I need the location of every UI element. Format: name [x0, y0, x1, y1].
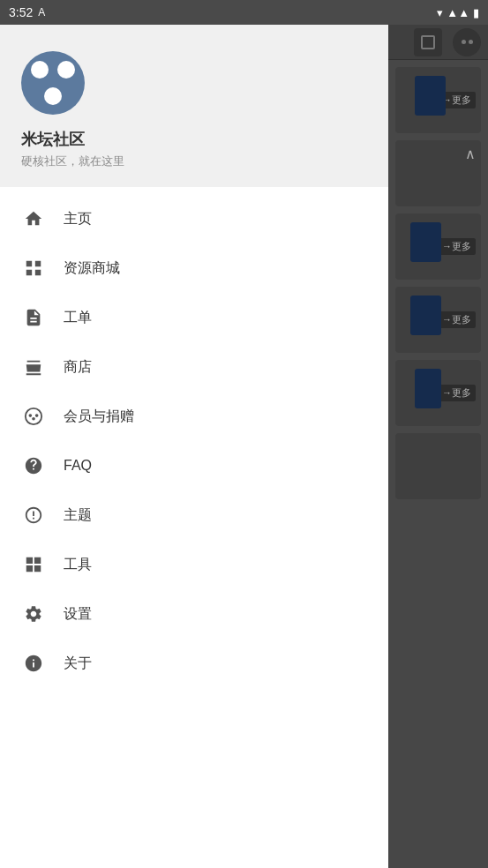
- nav-label-settings: 设置: [64, 605, 92, 624]
- gear-icon: [21, 602, 46, 626]
- overlay: [388, 25, 488, 868]
- battery-icon: ▮: [473, 6, 479, 19]
- nav-item-settings[interactable]: 设置: [0, 589, 388, 639]
- nav-label-about: 关于: [64, 655, 92, 673]
- status-bar-left: 3:52 A: [9, 5, 45, 19]
- membership-icon: [21, 404, 46, 429]
- home-icon: [21, 206, 46, 231]
- logo-circle-tr: [57, 61, 75, 79]
- logo-circle-tl: [31, 61, 49, 79]
- grid-icon: [21, 256, 46, 281]
- nav-item-about[interactable]: 关于: [0, 639, 388, 688]
- nav-label-theme: 主题: [64, 506, 92, 525]
- app-name: 米坛社区: [21, 129, 85, 150]
- nav-label-home: 主页: [64, 210, 92, 228]
- logo-circles: [31, 61, 75, 105]
- svg-point-2: [35, 414, 39, 417]
- nav-label-shop: 商店: [64, 358, 92, 377]
- nav-item-shop[interactable]: 商店: [0, 342, 388, 392]
- nav-label-resource-shop: 资源商城: [64, 259, 120, 278]
- status-bar: 3:52 A ▾ ▲▲ ▮: [0, 0, 488, 25]
- nav-item-home[interactable]: 主页: [0, 194, 388, 243]
- nav-label-faq: FAQ: [64, 458, 92, 474]
- wifi-icon: ▾: [437, 6, 443, 19]
- tools-icon: [21, 552, 46, 577]
- about-icon: [21, 651, 46, 676]
- nav-item-resource-shop[interactable]: 资源商城: [0, 243, 388, 293]
- main-container: 米坛社区 硬核社区，就在这里 主页 资源商城: [0, 25, 488, 868]
- app-logo: [21, 51, 85, 115]
- svg-point-0: [26, 408, 41, 424]
- nav-label-membership: 会员与捐赠: [64, 408, 134, 426]
- status-bar-right: ▾ ▲▲ ▮: [437, 6, 479, 19]
- nav-label-ticket: 工单: [64, 309, 92, 327]
- status-time: 3:52: [9, 5, 33, 19]
- svg-point-1: [29, 414, 33, 417]
- status-icon-a: A: [38, 6, 45, 19]
- svg-point-3: [32, 417, 35, 421]
- logo-circle-bl: [44, 87, 62, 105]
- shop-icon: [21, 355, 46, 379]
- signal-icon: ▲▲: [447, 6, 469, 19]
- nav-item-tools[interactable]: 工具: [0, 540, 388, 589]
- nav-item-membership[interactable]: 会员与捐赠: [0, 392, 388, 441]
- nav-item-theme[interactable]: 主题: [0, 490, 388, 540]
- app-subtitle: 硬核社区，就在这里: [21, 153, 124, 169]
- drawer: 米坛社区 硬核社区，就在这里 主页 资源商城: [0, 25, 388, 868]
- nav-item-ticket[interactable]: 工单: [0, 293, 388, 342]
- nav-item-faq[interactable]: FAQ: [0, 441, 388, 490]
- theme-icon: [21, 503, 46, 528]
- file-icon: [21, 305, 46, 330]
- nav-label-tools: 工具: [64, 556, 92, 574]
- nav-list: 主页 资源商城 工单 商店: [0, 187, 388, 695]
- faq-icon: [21, 453, 46, 478]
- right-panel: →更多 ∧ →更多 →更多 →更多: [388, 25, 488, 868]
- drawer-header: 米坛社区 硬核社区，就在这里: [0, 25, 388, 187]
